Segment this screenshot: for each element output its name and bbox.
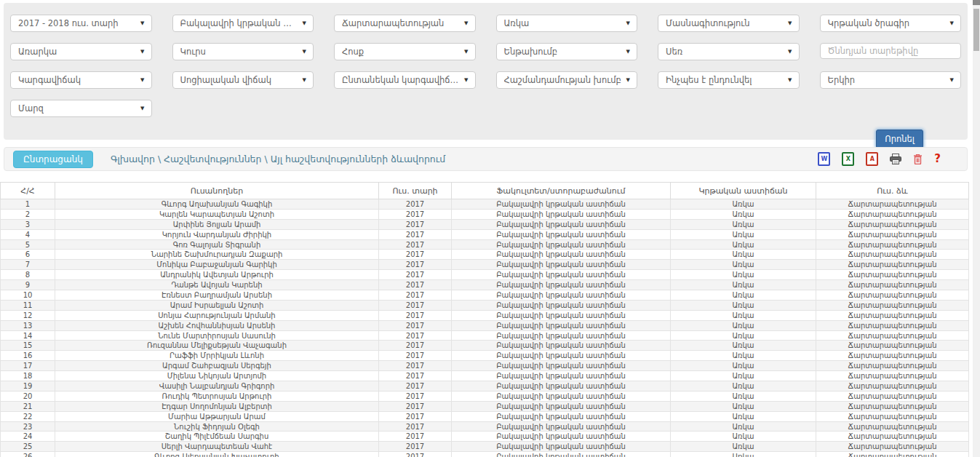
- subject-select[interactable]: Առարկա▼: [10, 43, 152, 60]
- admission-type-select[interactable]: Ինչպես է ընդունվել▼: [658, 71, 800, 89]
- table-cell: 18: [1, 371, 55, 381]
- table-cell: 7: [1, 260, 55, 270]
- region-select[interactable]: Մարզ▼: [10, 100, 152, 117]
- print-icon[interactable]: [890, 154, 901, 164]
- table-cell: Բակալավրի կրթական աստիճան: [452, 330, 671, 341]
- search-button[interactable]: Որոնել: [876, 130, 923, 148]
- status-select[interactable]: Կարգավիճակ▼: [10, 71, 152, 89]
- table-row: 8Անդրանիկ Ավետյան Արթուրի2017Բակալավրի կ…: [1, 270, 969, 280]
- table-cell: Արփինե Յոլյան Արամի: [55, 219, 379, 229]
- table-row: 9Դանթե Ավոյան Կարենի2017Բակալավրի կրթակա…: [1, 280, 969, 290]
- specialty-select[interactable]: Մասնագիտություն▼: [658, 15, 800, 32]
- table-cell: Առկա: [671, 239, 816, 250]
- breadcrumb: Գլխավոր\Հաշվետվություններ\Այլ հաշվետվութ…: [111, 154, 445, 164]
- table-cell: 17: [1, 361, 55, 371]
- table-cell: Առկա: [671, 260, 816, 270]
- table-cell: Մարիա Աթթարյան Արամ: [55, 411, 379, 421]
- table-cell: 2017: [379, 209, 452, 219]
- breadcrumb-item[interactable]: Գլխավոր: [111, 154, 155, 164]
- chevron-down-icon: ▼: [140, 20, 144, 26]
- table-cell: 19: [1, 381, 55, 392]
- table-row: 12Սոնյա Հարությունյան Արմանի2017Բակալավր…: [1, 310, 969, 320]
- table-cell: 2017: [379, 442, 452, 452]
- country-select[interactable]: Երկիր▼: [820, 71, 962, 89]
- select-value: Երկիր: [828, 75, 856, 85]
- table-cell: Առկա: [671, 229, 816, 239]
- export-pdf-icon[interactable]: A: [866, 152, 878, 166]
- select-value: Կուրս: [180, 47, 206, 57]
- table-cell: Բակալավրի կրթական աստիճան: [452, 341, 671, 351]
- table-cell: Ճարտարապետության: [816, 361, 969, 371]
- table-cell: 21: [1, 401, 55, 411]
- stream-select[interactable]: Հոսք▼: [334, 43, 476, 60]
- table-header-row: Հ/ՀՈւսանողներՈւս. տարիՖակուլտետ/ստորաբաժ…: [1, 183, 969, 199]
- table-row: 5Գոռ Գալոյան Տիգրանի2017Բակալավրի կրթակա…: [1, 239, 969, 250]
- table-cell: Առկա: [671, 391, 816, 401]
- family-status-select[interactable]: Ընտանեկան կարգավիճակ▼: [334, 71, 476, 89]
- table-cell: Բակալավրի կրթական աստիճան: [452, 401, 671, 411]
- table-cell: Էդգար Սողոմոնյան Ալբերտի: [55, 401, 379, 411]
- table-cell: 4: [1, 229, 55, 239]
- vertical-scrollbar[interactable]: [973, 0, 980, 457]
- column-header: Ուս. տարի: [379, 183, 452, 199]
- table-cell: 2: [1, 209, 55, 219]
- table-cell: Առկա: [671, 371, 816, 381]
- table-cell: 2017: [379, 401, 452, 411]
- table-cell: 3: [1, 219, 55, 229]
- table-row: 15Ռուզաննա Մելիքսեթյան Վաչագանի2017Բակալ…: [1, 341, 969, 351]
- gender-select[interactable]: Սեռ▼: [658, 43, 800, 60]
- table-cell: 6: [1, 250, 55, 260]
- chevron-down-icon: ▼: [303, 20, 306, 26]
- select-value: Սոցիալական վիճակ: [180, 75, 272, 85]
- chevron-down-icon: ▼: [140, 106, 144, 111]
- faculty-select[interactable]: Ճարտարապետության▼: [334, 15, 476, 32]
- table-cell: Բակալավրի կրթական աստիճան: [452, 229, 671, 239]
- table-cell: 2017: [379, 229, 452, 239]
- birth-year-input[interactable]: [820, 43, 962, 59]
- table-cell: 2017: [379, 310, 452, 320]
- table-cell: Ճարտարապետության: [816, 300, 969, 310]
- table-cell: Ճարտարապետության: [816, 391, 969, 401]
- table-cell: Առկա: [671, 341, 816, 351]
- table-cell: 2017: [379, 290, 452, 301]
- social-status-select[interactable]: Սոցիալական վիճակ▼: [172, 71, 314, 89]
- study-form-select[interactable]: Առկա▼: [496, 15, 638, 32]
- select-value: Առարկա: [18, 47, 57, 57]
- breadcrumb-item[interactable]: Հաշվետվություններ: [164, 154, 261, 164]
- table-row: 18Միլենա Նիկոյան Արտյոմի2017Բակալավրի կր…: [1, 371, 969, 381]
- table-cell: Գոռ Գալոյան Տիգրանի: [55, 239, 379, 250]
- menu-button[interactable]: Ընտրացանկ: [13, 151, 93, 168]
- disability-group-select[interactable]: Հաշմանդամության խումբ▼: [496, 71, 638, 89]
- select-value: Ընտանեկան կարգավիճակ: [342, 75, 460, 85]
- scrollbar-thumb[interactable]: [973, 9, 979, 51]
- table-cell: 8: [1, 270, 55, 280]
- academic-year-select[interactable]: 2017 - 2018 ուս. տարի▼: [10, 15, 152, 32]
- table-cell: Կարլեն Կարապետյան Աշոտի: [55, 209, 379, 219]
- scrollbar-top-button[interactable]: [973, 0, 980, 5]
- table-cell: 2017: [379, 260, 452, 270]
- course-select[interactable]: Կուրս▼: [172, 43, 314, 60]
- delete-icon[interactable]: [913, 154, 923, 164]
- table-cell: Ճարտարապետության: [816, 239, 969, 250]
- chevron-down-icon: ▼: [788, 77, 792, 83]
- education-degree-select[interactable]: Բակալավրի կրթական աստիճան▼: [172, 15, 314, 32]
- table-cell: 22: [1, 411, 55, 421]
- table-cell: Ճարտարապետության: [816, 290, 969, 301]
- help-icon[interactable]: ?: [934, 154, 941, 164]
- table-cell: Բակալավրի կրթական աստիճան: [452, 260, 671, 270]
- subgroup-select[interactable]: Ենթախումբ▼: [496, 43, 638, 60]
- table-cell: Ճարտարապետության: [816, 199, 969, 210]
- table-cell: Սոնյա Հարությունյան Արմանի: [55, 310, 379, 320]
- table-row: 13Աշխեն Հովհաննիսյան Արսենի2017Բակալավրի…: [1, 320, 969, 330]
- breadcrumb-item[interactable]: Այլ հաշվետվությունների ձևավորում: [271, 154, 446, 164]
- export-excel-icon[interactable]: X: [842, 152, 854, 166]
- chevron-down-icon: ▼: [464, 49, 468, 55]
- table-cell: 2017: [379, 351, 452, 361]
- export-word-icon[interactable]: W: [818, 152, 830, 166]
- select-value: Ենթախումբ: [504, 47, 558, 57]
- table-cell: Մոնիկա Բաբաջանյան Գարիկի: [55, 260, 379, 270]
- chevron-down-icon: ▼: [626, 49, 630, 55]
- table-cell: Դանթե Ավոյան Կարենի: [55, 280, 379, 290]
- curriculum-select[interactable]: Կրթական ծրագիր▼: [820, 15, 962, 32]
- table-cell: Առկա: [671, 361, 816, 371]
